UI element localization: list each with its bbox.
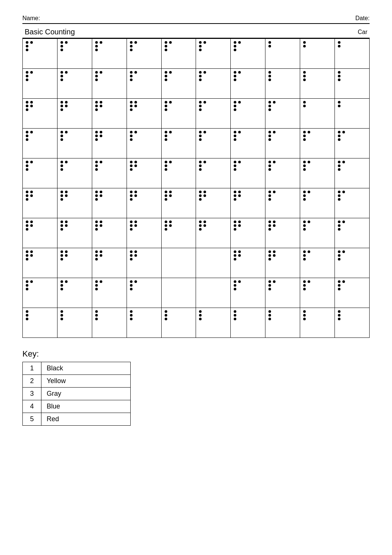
dot — [234, 310, 236, 313]
table-row — [23, 248, 370, 278]
grid-cell — [23, 39, 57, 69]
dot — [268, 284, 271, 287]
dot — [338, 45, 340, 47]
dot — [65, 71, 68, 74]
dot — [95, 280, 98, 283]
dot — [234, 138, 236, 141]
dot — [95, 318, 98, 320]
grid-cell — [196, 218, 231, 248]
dot — [165, 161, 167, 163]
dot — [234, 280, 236, 283]
dot — [100, 105, 102, 107]
date-label: Date: — [355, 15, 370, 22]
dot — [100, 131, 102, 133]
dot — [60, 75, 63, 77]
dot — [134, 71, 137, 74]
grid-cell — [127, 278, 161, 308]
dot — [130, 224, 133, 227]
dot — [26, 284, 28, 287]
dot — [169, 224, 172, 227]
dot — [95, 41, 98, 44]
dot — [308, 250, 310, 253]
dot — [60, 45, 63, 47]
grid-cell — [161, 39, 196, 69]
dot — [199, 71, 202, 74]
dot — [268, 280, 271, 283]
dot — [65, 131, 68, 133]
dot — [169, 41, 172, 44]
dot — [199, 314, 202, 317]
dot — [26, 138, 28, 141]
dot — [65, 191, 68, 193]
dot — [199, 45, 202, 47]
dot — [303, 314, 306, 317]
grid-cell — [265, 99, 300, 129]
dot — [26, 168, 28, 171]
dot — [26, 288, 28, 290]
dot — [238, 71, 241, 74]
dot — [303, 288, 306, 290]
dot — [26, 280, 28, 283]
dot — [60, 101, 63, 104]
dot — [199, 131, 202, 133]
dot — [130, 78, 133, 81]
dot — [100, 71, 102, 74]
dot — [26, 78, 28, 81]
dot — [130, 198, 133, 201]
grid-cell — [231, 248, 265, 278]
dot — [342, 191, 345, 193]
dot — [234, 224, 236, 227]
dot — [268, 108, 271, 111]
dot — [165, 310, 167, 313]
key-title: Key: — [22, 349, 370, 359]
table-row — [23, 218, 370, 248]
dot — [203, 131, 206, 133]
dot — [60, 78, 63, 81]
dot — [100, 101, 102, 104]
grid-cell — [57, 158, 92, 188]
dot — [338, 250, 340, 253]
dot — [338, 258, 340, 260]
dot — [338, 164, 340, 167]
dot — [303, 284, 306, 287]
dot — [134, 161, 137, 163]
dot — [199, 310, 202, 313]
table-row — [23, 39, 370, 69]
dot — [342, 280, 345, 283]
grid-cell — [196, 39, 231, 69]
dot — [303, 78, 306, 81]
dot — [60, 194, 63, 197]
dot — [26, 314, 28, 317]
grid-cell — [231, 69, 265, 99]
grid-cell — [196, 99, 231, 129]
dot — [95, 310, 98, 313]
dot — [238, 250, 241, 253]
dot — [308, 131, 310, 133]
dot — [95, 108, 98, 111]
dot — [238, 191, 241, 193]
dot — [30, 131, 33, 133]
dot — [238, 254, 241, 257]
dot — [95, 221, 98, 223]
dot — [165, 314, 167, 317]
dot — [130, 284, 133, 287]
dot — [95, 78, 98, 81]
dot — [234, 318, 236, 320]
grid-cell — [196, 158, 231, 188]
dot — [303, 101, 306, 104]
dot — [238, 224, 241, 227]
grid-cell — [300, 69, 335, 99]
dot — [165, 71, 167, 74]
dot — [95, 224, 98, 227]
key-label: Red — [41, 413, 131, 426]
dot — [234, 101, 236, 104]
dot — [303, 105, 306, 107]
dot — [165, 105, 167, 107]
dot — [60, 131, 63, 133]
dot — [268, 161, 271, 163]
dot — [268, 254, 271, 257]
dot — [134, 280, 137, 283]
dot — [338, 75, 340, 77]
dot — [26, 161, 28, 163]
dot — [342, 161, 345, 163]
